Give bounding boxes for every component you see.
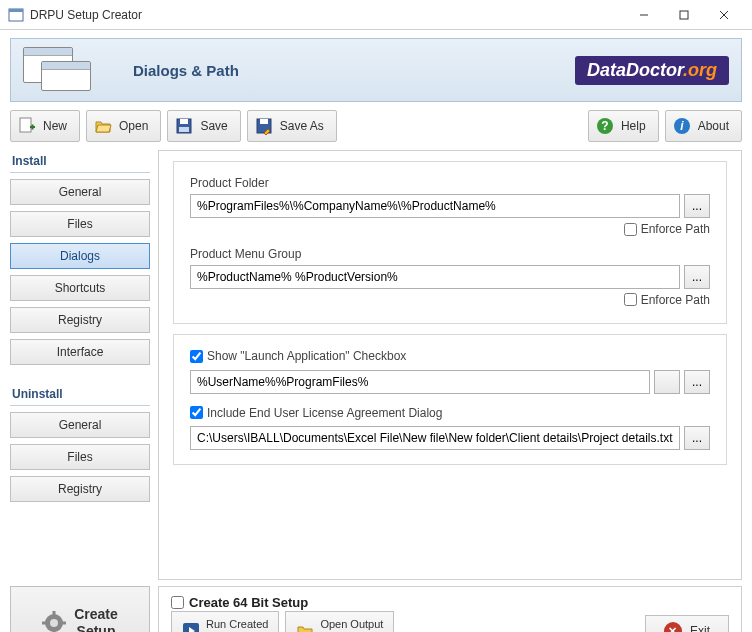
svg-rect-21 bbox=[62, 622, 66, 625]
toolbar: New Open Save Save As ? Help i About bbox=[0, 102, 752, 150]
sidebar-item-uninstall-registry[interactable]: Registry bbox=[10, 476, 150, 502]
save-button[interactable]: Save bbox=[167, 110, 240, 142]
new-icon bbox=[17, 116, 37, 136]
new-label: New bbox=[43, 119, 67, 133]
brand-logo: DataDoctor.org bbox=[575, 56, 729, 85]
banner-illustration bbox=[23, 47, 93, 93]
sidebar-item-install-registry[interactable]: Registry bbox=[10, 307, 150, 333]
include-eula-checkbox[interactable]: Include End User License Agreement Dialo… bbox=[190, 406, 442, 420]
svg-rect-20 bbox=[42, 622, 46, 625]
save-icon bbox=[174, 116, 194, 136]
svg-text:?: ? bbox=[601, 119, 608, 133]
svg-rect-18 bbox=[53, 611, 56, 615]
main-area: Install General Files Dialogs Shortcuts … bbox=[0, 150, 752, 580]
sidebar-item-install-shortcuts[interactable]: Shortcuts bbox=[10, 275, 150, 301]
eula-path-input[interactable] bbox=[190, 426, 680, 450]
saveas-button[interactable]: Save As bbox=[247, 110, 337, 142]
sidebar-item-uninstall-files[interactable]: Files bbox=[10, 444, 150, 470]
uninstall-group-label: Uninstall bbox=[10, 383, 150, 406]
bottom-bar: CreateSetup Create 64 Bit Setup Run Crea… bbox=[0, 580, 752, 632]
exit-icon: ✕ bbox=[664, 622, 682, 632]
folder-icon bbox=[296, 622, 314, 632]
gear-icon bbox=[42, 611, 66, 632]
svg-rect-1 bbox=[9, 9, 23, 12]
svg-rect-11 bbox=[260, 119, 268, 124]
svg-rect-8 bbox=[180, 119, 188, 124]
launch-browse-button[interactable]: ... bbox=[684, 370, 710, 394]
about-label: About bbox=[698, 119, 729, 133]
product-folder-enforce-checkbox[interactable]: Enforce Path bbox=[624, 222, 710, 236]
sidebar: Install General Files Dialogs Shortcuts … bbox=[10, 150, 150, 580]
svg-rect-9 bbox=[179, 127, 189, 132]
install-group-label: Install bbox=[10, 150, 150, 173]
svg-rect-6 bbox=[20, 118, 31, 132]
bottom-panel: Create 64 Bit Setup Run CreatedSetup Ope… bbox=[158, 586, 742, 632]
minimize-button[interactable] bbox=[624, 0, 664, 30]
help-label: Help bbox=[621, 119, 646, 133]
sidebar-item-install-dialogs[interactable]: Dialogs bbox=[10, 243, 150, 269]
close-button[interactable] bbox=[704, 0, 744, 30]
about-button[interactable]: i About bbox=[665, 110, 742, 142]
play-icon bbox=[182, 622, 200, 632]
create-setup-button[interactable]: CreateSetup bbox=[10, 586, 150, 632]
help-button[interactable]: ? Help bbox=[588, 110, 659, 142]
about-icon: i bbox=[672, 116, 692, 136]
create-64bit-checkbox[interactable]: Create 64 Bit Setup bbox=[171, 595, 729, 610]
product-menu-browse-button[interactable]: ... bbox=[684, 265, 710, 289]
launch-path-input[interactable] bbox=[190, 370, 650, 394]
open-icon bbox=[93, 116, 113, 136]
product-folder-input[interactable] bbox=[190, 194, 680, 218]
open-button[interactable]: Open bbox=[86, 110, 161, 142]
save-label: Save bbox=[200, 119, 227, 133]
svg-rect-3 bbox=[680, 11, 688, 19]
create-setup-label: CreateSetup bbox=[74, 606, 118, 632]
dialogs-section: Show "Launch Application" Checkbox ... I… bbox=[173, 334, 727, 465]
product-menu-input[interactable] bbox=[190, 265, 680, 289]
sidebar-item-install-interface[interactable]: Interface bbox=[10, 339, 150, 365]
app-icon bbox=[8, 7, 24, 23]
product-menu-label: Product Menu Group bbox=[190, 247, 710, 261]
open-output-folder-button[interactable]: Open OutputFolder bbox=[285, 611, 394, 632]
banner: Dialogs & Path DataDoctor.org bbox=[10, 38, 742, 102]
eula-browse-button[interactable]: ... bbox=[684, 426, 710, 450]
content-panel: Product Folder ... Enforce Path Product … bbox=[158, 150, 742, 580]
run-created-label: Run CreatedSetup bbox=[206, 618, 268, 632]
sidebar-item-install-files[interactable]: Files bbox=[10, 211, 150, 237]
help-icon: ? bbox=[595, 116, 615, 136]
sidebar-item-install-general[interactable]: General bbox=[10, 179, 150, 205]
page-title: Dialogs & Path bbox=[133, 62, 575, 79]
product-folder-label: Product Folder bbox=[190, 176, 710, 190]
saveas-label: Save As bbox=[280, 119, 324, 133]
open-label: Open bbox=[119, 119, 148, 133]
saveas-icon bbox=[254, 116, 274, 136]
exit-label: Exit bbox=[690, 624, 710, 632]
new-button[interactable]: New bbox=[10, 110, 80, 142]
exit-button[interactable]: ✕ Exit bbox=[645, 615, 729, 632]
product-folder-browse-button[interactable]: ... bbox=[684, 194, 710, 218]
svg-point-17 bbox=[50, 619, 58, 627]
maximize-button[interactable] bbox=[664, 0, 704, 30]
launch-extra-button[interactable] bbox=[654, 370, 680, 394]
titlebar: DRPU Setup Creator bbox=[0, 0, 752, 30]
window-title: DRPU Setup Creator bbox=[30, 8, 624, 22]
open-output-label: Open OutputFolder bbox=[320, 618, 383, 632]
show-launch-checkbox[interactable]: Show "Launch Application" Checkbox bbox=[190, 349, 406, 363]
product-menu-enforce-checkbox[interactable]: Enforce Path bbox=[624, 293, 710, 307]
paths-section: Product Folder ... Enforce Path Product … bbox=[173, 161, 727, 324]
sidebar-item-uninstall-general[interactable]: General bbox=[10, 412, 150, 438]
run-created-setup-button[interactable]: Run CreatedSetup bbox=[171, 611, 279, 632]
